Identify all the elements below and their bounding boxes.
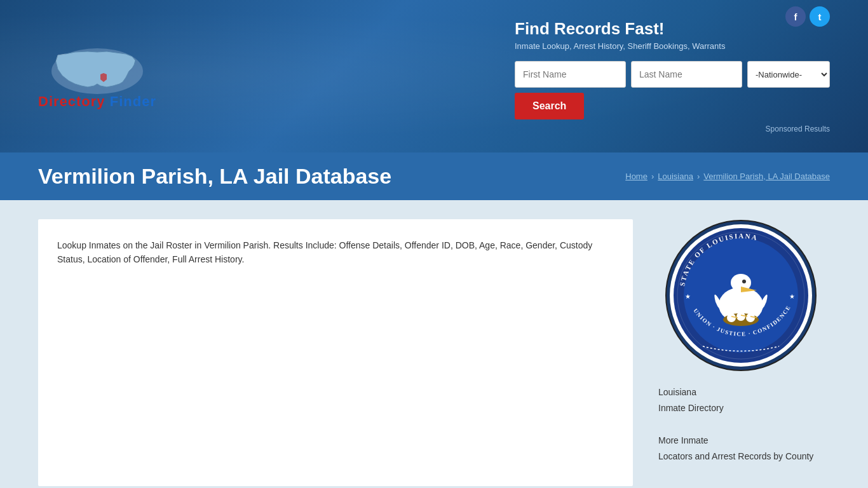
search-title: Find Records Fast!: [515, 19, 830, 39]
header: Directory Finder Find Records Fast! Inma…: [0, 0, 868, 152]
last-name-input[interactable]: [631, 61, 742, 88]
main-content: Lookup Inmates on the Jail Roster in Ver…: [0, 200, 868, 488]
content-left: Lookup Inmates on the Jail Roster in Ver…: [38, 219, 633, 486]
sidebar-text: Louisiana Inmate Directory More Inmate L…: [652, 384, 830, 464]
sidebar-line4: Locators and Arrest Records by County: [658, 451, 813, 461]
svg-point-10: [736, 312, 745, 321]
breadcrumb-sep-2: ›: [697, 172, 700, 181]
svg-text:★: ★: [789, 293, 795, 300]
sidebar-line1: Louisiana: [658, 387, 696, 397]
svg-point-9: [727, 313, 736, 322]
page-title: Vermilion Parish, LA Jail Database: [38, 164, 391, 189]
search-area: Find Records Fast! Inmate Lookup, Arrest…: [515, 19, 830, 133]
logo-container: Directory Finder: [38, 43, 156, 110]
sidebar-line2: Inmate Directory: [658, 403, 724, 413]
sidebar-line3: More Inmate: [658, 435, 709, 445]
breadcrumb-sep-1: ›: [651, 172, 654, 181]
breadcrumb-current: Vermilion Parish, LA Jail Database: [703, 172, 830, 181]
breadcrumb-home[interactable]: Home: [625, 172, 648, 181]
svg-point-7: [742, 280, 746, 283]
state-select[interactable]: -Nationwide-: [747, 61, 830, 88]
description-text: Lookup Inmates on the Jail Roster in Ver…: [57, 238, 614, 267]
content-right: STATE OF LOUISIANA UNION · JUSTICE · CON…: [652, 219, 830, 486]
logo-map: [46, 43, 148, 100]
search-row: -Nationwide-: [515, 61, 830, 88]
logo-area: Directory Finder: [38, 43, 156, 110]
facebook-icon[interactable]: f: [785, 6, 806, 27]
search-subtitle: Inmate Lookup, Arrest History, Sheriff B…: [515, 41, 830, 51]
search-button[interactable]: Search: [515, 93, 584, 119]
louisiana-seal: STATE OF LOUISIANA UNION · JUSTICE · CON…: [665, 219, 817, 372]
twitter-icon[interactable]: t: [810, 6, 830, 27]
title-bar: Vermilion Parish, LA Jail Database Home …: [0, 152, 868, 200]
svg-text:★: ★: [685, 293, 691, 300]
social-bar: f t: [785, 6, 830, 27]
breadcrumb: Home › Louisiana › Vermilion Parish, LA …: [625, 172, 830, 181]
svg-point-11: [746, 313, 755, 322]
sponsored-text: Sponsored Results: [515, 125, 830, 133]
breadcrumb-louisiana[interactable]: Louisiana: [658, 172, 693, 181]
first-name-input[interactable]: [515, 61, 626, 88]
